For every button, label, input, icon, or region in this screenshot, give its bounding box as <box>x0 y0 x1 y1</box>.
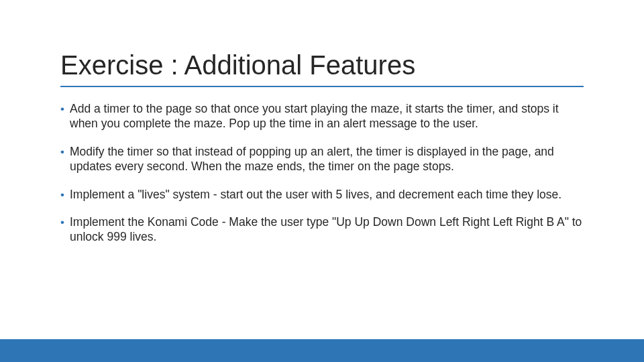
bullet-item: Implement the Konami Code - Make the use… <box>60 215 584 245</box>
bullet-list: Add a timer to the page so that once you… <box>60 102 584 245</box>
bottom-accent-bar <box>0 339 644 362</box>
bullet-item: Modify the timer so that instead of popp… <box>60 145 584 174</box>
slide-title: Exercise : Additional Features <box>60 50 584 87</box>
bullet-item: Add a timer to the page so that once you… <box>60 102 584 131</box>
bullet-item: Implement a "lives" system - start out t… <box>60 188 584 202</box>
slide: Exercise : Additional Features Add a tim… <box>0 0 644 362</box>
